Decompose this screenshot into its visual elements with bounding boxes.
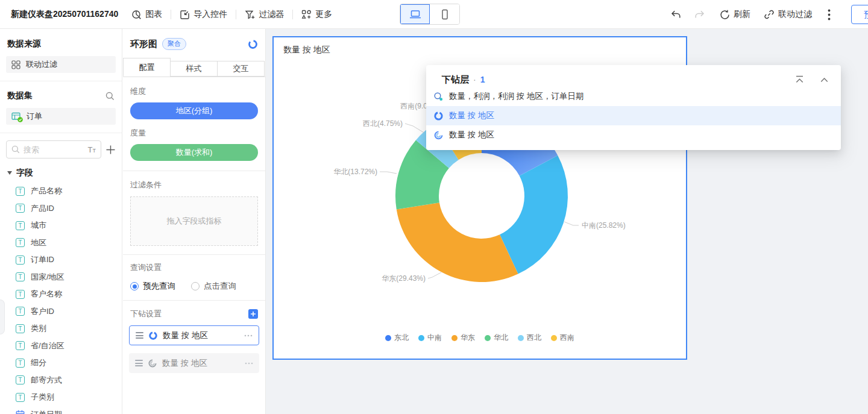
panel-collapse-handle[interactable] [0, 300, 5, 334]
legend-item-华东[interactable]: 华东 [451, 333, 475, 343]
redo-button[interactable] [694, 10, 705, 20]
phone-icon [439, 9, 450, 20]
undo-button[interactable] [670, 10, 682, 20]
dataset-item-orders[interactable]: 订单 [6, 108, 116, 125]
tab-interaction[interactable]: 交互 [217, 61, 265, 77]
drag-handle-icon[interactable] [136, 332, 143, 339]
drag-handle-icon[interactable] [135, 360, 143, 366]
more-dots-icon[interactable] [245, 362, 253, 365]
device-toggle [400, 4, 460, 25]
text-field-icon: T [16, 324, 25, 333]
field-item[interactable]: T订单ID [0, 251, 122, 269]
radio-pre-query[interactable]: 预先查询 [130, 281, 175, 292]
field-item[interactable]: T客户ID [0, 303, 122, 321]
slice-label-西南: 西南(9.0 [400, 102, 427, 110]
field-item[interactable]: T国家/地区 [0, 269, 122, 286]
field-item[interactable]: T子类别 [0, 389, 122, 406]
add-field-button[interactable] [105, 145, 116, 155]
kebab-menu-button[interactable] [828, 9, 831, 20]
legend-label: 西北 [527, 333, 541, 343]
field-item[interactable]: T地区 [0, 234, 122, 252]
tab-config[interactable]: 配置 [123, 58, 171, 77]
field-label: 国家/地区 [31, 272, 64, 283]
radio-unselected-icon [191, 282, 200, 290]
divider [0, 133, 122, 133]
field-label: 产品名称 [31, 186, 62, 196]
redo-icon [694, 10, 705, 20]
drill-layer-popup: 下钻层 · 1 数量，利润，利润 按 地区，订单日期 数量 按 地区 数量 按 … [426, 65, 841, 150]
drill-settings-label: 下钻设置 [130, 309, 162, 319]
legend-item-华北[interactable]: 华北 [485, 333, 508, 343]
donut-slice-华东[interactable] [397, 202, 518, 282]
chart-legend: 东北中南华东华北西北西南 [274, 333, 686, 343]
field-item[interactable]: T产品名称 [0, 183, 122, 200]
search-icon[interactable] [105, 92, 115, 101]
more-widgets-button[interactable]: 更多 [301, 9, 332, 20]
drill-option-combined[interactable]: 数量，利润，利润 按 地区，订单日期 [426, 87, 841, 106]
donut-type-icon [248, 39, 258, 49]
legend-item-西南[interactable]: 西南 [551, 333, 574, 343]
drill-option-spiral[interactable]: 数量 按 地区 [426, 125, 841, 145]
calendar-icon [16, 410, 25, 414]
slice-label-华北: 华北(13.72%) [333, 168, 377, 176]
linkage-filter-button[interactable]: 联动过滤 [764, 9, 812, 20]
laptop-icon [409, 9, 421, 20]
legend-item-东北[interactable]: 东北 [385, 333, 409, 343]
preview-button[interactable]: 预览 [851, 5, 868, 24]
top-toolbar: 新建仪表盘20250701162740 图表 导入控件 过滤器 更多 [0, 0, 868, 29]
text-field-icon: T [16, 307, 25, 316]
chart-config-panel: 环形图 聚合 配置 样式 交互 维度 地区(分组) 度量 数量(求和) 过滤条件… [123, 29, 266, 414]
radio-click-query[interactable]: 点击查询 [191, 281, 236, 292]
add-drill-button[interactable] [248, 309, 258, 319]
field-label: 邮寄方式 [31, 375, 62, 386]
text-size-icon[interactable]: TT [88, 145, 96, 154]
filter-dropzone[interactable]: 拖入字段或指标 [130, 196, 258, 246]
kebab-icon [828, 9, 831, 20]
drill-option-donut[interactable]: 数量 按 地区 [426, 106, 841, 125]
field-label: 子类别 [31, 392, 54, 403]
field-item[interactable]: T产品ID [0, 200, 122, 218]
divider [0, 81, 122, 81]
chevron-up-icon[interactable] [820, 75, 829, 84]
drill-item-selected[interactable]: 数量 按 地区 [129, 325, 259, 345]
field-item[interactable]: T细分 [0, 354, 122, 372]
dimension-label: 维度 [130, 86, 258, 97]
field-search-box: TT [6, 140, 101, 158]
field-item[interactable]: T省/自治区 [0, 337, 122, 355]
field-label: 城市 [31, 220, 46, 231]
refresh-button[interactable]: 刷新 [720, 9, 750, 20]
fields-list: T产品名称T产品IDT城市T地区T订单IDT国家/地区T客户名称T客户IDT类别… [0, 183, 122, 414]
legend-item-中南[interactable]: 中南 [418, 333, 442, 343]
field-item[interactable]: T客户名称 [0, 286, 122, 303]
field-item[interactable]: T城市 [0, 217, 122, 234]
legend-label: 西南 [560, 333, 574, 343]
filter-button[interactable]: 过滤器 [245, 9, 284, 20]
desktop-view-button[interactable] [400, 4, 430, 24]
sidebar-item-linkage-filter[interactable]: 联动过滤 [6, 56, 116, 73]
drill-item-secondary[interactable]: 数量 按 地区 [129, 353, 259, 373]
field-item[interactable]: T邮寄方式 [0, 372, 122, 389]
import-widget-button[interactable]: 导入控件 [180, 9, 227, 20]
donut-slice-中南[interactable] [500, 155, 568, 274]
add-chart-button[interactable]: 图表 [131, 9, 162, 20]
divider [236, 10, 236, 19]
check-badge-icon [17, 117, 23, 122]
donut-ring-icon [433, 111, 444, 121]
dimension-field-pill[interactable]: 地区(分组) [130, 102, 258, 119]
field-item[interactable]: T类别 [0, 320, 122, 337]
field-label: 客户ID [31, 306, 54, 317]
collapse-caret-icon[interactable] [7, 171, 12, 175]
legend-dot [418, 335, 424, 341]
tab-style[interactable]: 样式 [170, 61, 218, 77]
collapse-to-top-icon[interactable] [795, 75, 804, 84]
measure-field-pill[interactable]: 数量(求和) [130, 144, 258, 161]
refresh-icon [720, 10, 730, 20]
chart-add-icon [131, 10, 142, 20]
field-item[interactable]: 订单日期 [0, 406, 122, 414]
more-dots-icon[interactable] [244, 334, 253, 337]
legend-item-西北[interactable]: 西北 [518, 333, 541, 343]
drill-explore-icon [433, 92, 444, 102]
divider [123, 300, 265, 301]
field-search-input[interactable] [24, 145, 84, 154]
mobile-view-button[interactable] [430, 4, 459, 24]
